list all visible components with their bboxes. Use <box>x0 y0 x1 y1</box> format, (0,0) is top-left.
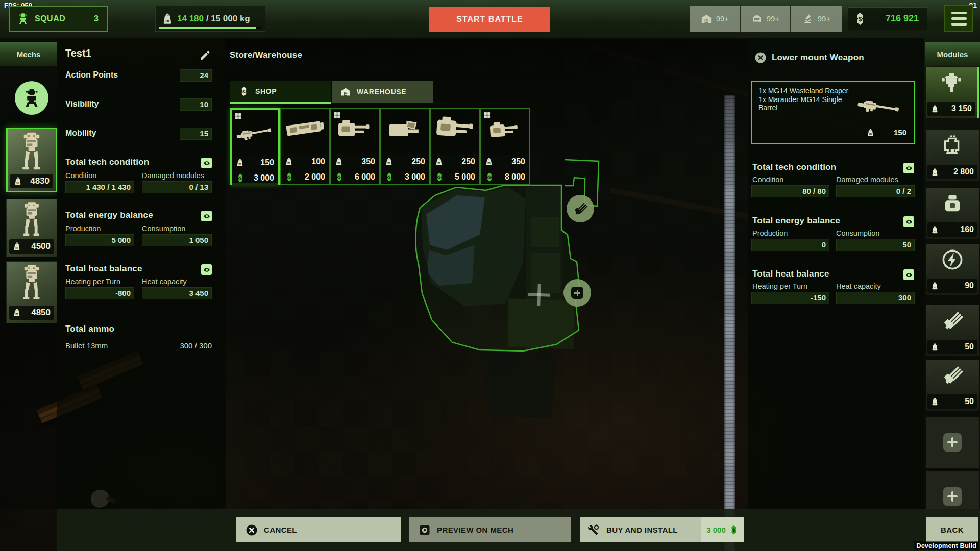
toggle-visibility-button[interactable] <box>201 264 212 275</box>
minigun-icon <box>573 201 588 216</box>
col-value: 3 450 <box>142 287 212 299</box>
mech-list-item[interactable]: 4850 <box>6 261 57 323</box>
stat-value: 24 <box>180 69 212 82</box>
back-button[interactable]: BACK <box>926 517 978 542</box>
squad-button[interactable]: SQUAD 3 <box>9 6 108 32</box>
mech-name: Test1 <box>65 47 91 59</box>
mech-list-item[interactable]: 4830 <box>6 128 57 192</box>
money-value: 716 921 <box>886 13 922 24</box>
toggle-visibility-button[interactable] <box>903 216 914 227</box>
pilot-helmet-icon <box>751 13 763 24</box>
close-slot-button[interactable] <box>754 52 767 64</box>
section-title: Total tech condition <box>752 162 836 172</box>
weight-icon <box>285 158 293 166</box>
col-value: 1 050 <box>142 234 212 246</box>
col-label: Heating per Turn <box>65 278 120 286</box>
stat-value: 10 <box>180 98 212 111</box>
store-title: Store/Warehouse <box>230 50 302 60</box>
weight-progress-track <box>159 27 262 29</box>
stat-label: Mobility <box>65 129 96 138</box>
rename-mech-button[interactable] <box>199 49 211 61</box>
store-item-card[interactable]: 100 2 000 <box>280 108 330 185</box>
weight-icon <box>13 309 21 317</box>
eye-icon <box>203 213 210 220</box>
module-slot[interactable]: 50 <box>926 305 979 356</box>
toggle-visibility-button[interactable] <box>903 269 914 280</box>
mech-list-item[interactable]: 4500 <box>6 199 57 257</box>
section-title: Total energy balance <box>752 216 840 226</box>
toggle-visibility-button[interactable] <box>201 158 212 168</box>
pencil-icon <box>199 49 211 61</box>
tab-warehouse[interactable]: WAREHOUSE <box>332 81 433 103</box>
price-icon <box>236 173 245 183</box>
weight-icon <box>162 13 173 24</box>
store-item-card[interactable]: 250 3 000 <box>380 108 430 185</box>
toggle-visibility-button[interactable] <box>201 211 212 221</box>
store-item-card[interactable]: 350 8 000 <box>480 108 530 185</box>
research-button[interactable]: 99+ <box>791 6 842 32</box>
buy-price-value: 3 000 <box>706 525 726 534</box>
pilots-button[interactable]: 99+ <box>741 6 791 32</box>
store-item-card[interactable]: 250 5 000 <box>430 108 480 185</box>
dev-build-label: Development Build <box>914 541 979 550</box>
money-display: 716 921 <box>848 7 927 30</box>
buy-main: BUY AND INSTALL <box>580 517 701 542</box>
tab-label: SHOP <box>255 87 277 95</box>
tab-mechs[interactable]: Mechs <box>0 42 57 66</box>
add-module-icon[interactable] <box>943 487 962 506</box>
menu-button[interactable] <box>944 5 973 32</box>
module-slot[interactable]: 160 <box>926 188 979 239</box>
cancel-button[interactable]: CANCEL <box>236 517 401 542</box>
store-item-card[interactable]: 350 6 000 <box>330 108 380 185</box>
module-weight-chip: 50 <box>927 394 977 409</box>
item-weight-row: 350 <box>481 155 529 169</box>
mount-slot-panel: Lower mount Weapon 1x MG14 Wasteland Rea… <box>748 38 924 509</box>
eye-icon <box>905 271 913 279</box>
resource-count: 99+ <box>818 14 830 23</box>
weight-icon <box>14 177 22 185</box>
weight-icon <box>335 158 343 166</box>
weight-icon <box>931 105 939 113</box>
warehouse-icon <box>701 13 712 24</box>
col-value: 0 <box>751 239 829 251</box>
item-weight-chip: 150 <box>863 126 910 139</box>
eye-icon <box>203 160 210 167</box>
module-weight-chip: 160 <box>927 222 977 237</box>
buy-and-install-button[interactable]: BUY AND INSTALL 3 000 <box>580 517 744 542</box>
col-value: 5 000 <box>65 234 134 246</box>
weight-icon <box>931 282 939 290</box>
module-slot[interactable]: 2 800 <box>926 130 979 181</box>
toggle-visibility-button[interactable] <box>903 163 914 173</box>
item-price-row: 2 000 <box>281 170 329 184</box>
tab-shop[interactable]: SHOP <box>230 81 331 104</box>
weight-icon <box>931 398 939 406</box>
minigun-icon <box>941 309 964 332</box>
add-mount-badge[interactable] <box>564 279 591 307</box>
weapon-image <box>386 117 424 141</box>
add-module-icon[interactable] <box>943 433 962 452</box>
warehouse-stock-button[interactable]: 99+ <box>690 6 741 32</box>
store-item-card[interactable]: 150 3 000 <box>230 108 280 185</box>
minigun-icon <box>941 364 964 386</box>
start-battle-button[interactable]: START BATTLE <box>429 7 550 32</box>
grid-size-icon <box>483 111 491 119</box>
col-label: Heat capacity <box>836 282 881 290</box>
module-slot[interactable]: 3 150 <box>926 67 979 118</box>
preview-on-mech-button[interactable]: PREVIEW ON MECH <box>409 517 571 542</box>
weight-capacity-display: 14 180 / 15 000 kg <box>155 6 265 32</box>
module-slot[interactable]: 90 <box>926 244 979 295</box>
buy-price: 3 000 <box>701 517 744 542</box>
item-weight-row: 150 <box>232 156 278 170</box>
tab-modules[interactable]: Modules <box>925 42 980 66</box>
money-icon <box>853 12 867 26</box>
mech-thumbnail <box>18 263 45 303</box>
start-battle-label: START BATTLE <box>456 15 523 24</box>
col-label: Damaged modules <box>142 171 204 180</box>
mech-thumbnail <box>18 201 45 239</box>
upper-mount-badge[interactable] <box>567 195 594 222</box>
module-slot-empty[interactable] <box>926 417 979 468</box>
selected-item-box[interactable]: 1x MG14 Wasteland Reaper 1x Marauder MG1… <box>751 81 915 144</box>
item-weight-row: 350 <box>331 155 379 169</box>
module-slot[interactable]: 50 <box>926 360 979 411</box>
col-value: 1 430 / 1 430 <box>65 181 134 193</box>
